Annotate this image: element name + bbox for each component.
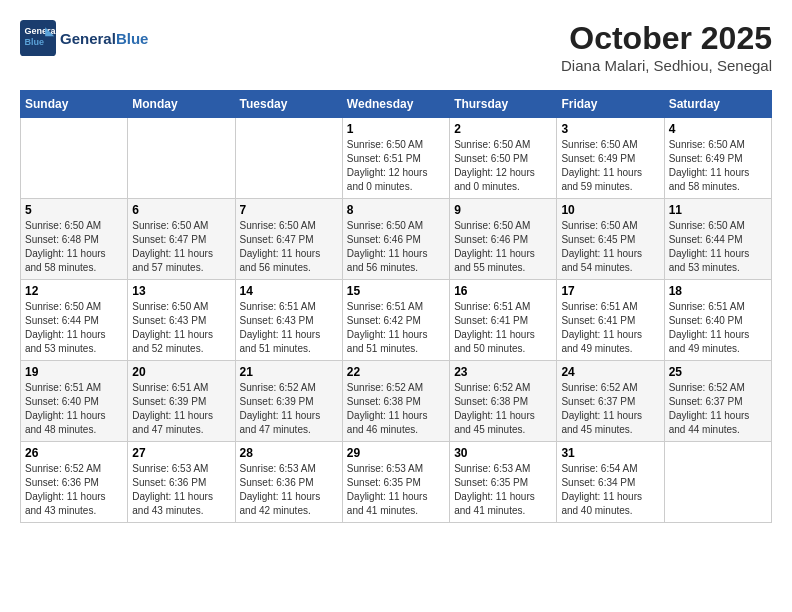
calendar-cell: 29Sunrise: 6:53 AM Sunset: 6:35 PM Dayli… xyxy=(342,442,449,523)
day-number: 25 xyxy=(669,365,767,379)
day-number: 14 xyxy=(240,284,338,298)
weekday-header-row: SundayMondayTuesdayWednesdayThursdayFrid… xyxy=(21,91,772,118)
day-info: Sunrise: 6:54 AM Sunset: 6:34 PM Dayligh… xyxy=(561,462,659,518)
weekday-friday: Friday xyxy=(557,91,664,118)
day-info: Sunrise: 6:50 AM Sunset: 6:49 PM Dayligh… xyxy=(669,138,767,194)
day-info: Sunrise: 6:50 AM Sunset: 6:46 PM Dayligh… xyxy=(454,219,552,275)
day-info: Sunrise: 6:53 AM Sunset: 6:35 PM Dayligh… xyxy=(454,462,552,518)
calendar-cell: 2Sunrise: 6:50 AM Sunset: 6:50 PM Daylig… xyxy=(450,118,557,199)
weekday-thursday: Thursday xyxy=(450,91,557,118)
weekday-saturday: Saturday xyxy=(664,91,771,118)
day-info: Sunrise: 6:52 AM Sunset: 6:39 PM Dayligh… xyxy=(240,381,338,437)
day-info: Sunrise: 6:51 AM Sunset: 6:41 PM Dayligh… xyxy=(561,300,659,356)
calendar-cell: 30Sunrise: 6:53 AM Sunset: 6:35 PM Dayli… xyxy=(450,442,557,523)
day-info: Sunrise: 6:52 AM Sunset: 6:36 PM Dayligh… xyxy=(25,462,123,518)
calendar-cell: 6Sunrise: 6:50 AM Sunset: 6:47 PM Daylig… xyxy=(128,199,235,280)
calendar-cell: 12Sunrise: 6:50 AM Sunset: 6:44 PM Dayli… xyxy=(21,280,128,361)
day-number: 15 xyxy=(347,284,445,298)
day-info: Sunrise: 6:51 AM Sunset: 6:39 PM Dayligh… xyxy=(132,381,230,437)
day-number: 24 xyxy=(561,365,659,379)
day-number: 31 xyxy=(561,446,659,460)
location-subtitle: Diana Malari, Sedhiou, Senegal xyxy=(561,57,772,74)
day-info: Sunrise: 6:50 AM Sunset: 6:47 PM Dayligh… xyxy=(240,219,338,275)
logo: General Blue GeneralBlue xyxy=(20,20,148,56)
weekday-sunday: Sunday xyxy=(21,91,128,118)
day-info: Sunrise: 6:50 AM Sunset: 6:48 PM Dayligh… xyxy=(25,219,123,275)
day-info: Sunrise: 6:51 AM Sunset: 6:42 PM Dayligh… xyxy=(347,300,445,356)
day-number: 8 xyxy=(347,203,445,217)
calendar-body: 1Sunrise: 6:50 AM Sunset: 6:51 PM Daylig… xyxy=(21,118,772,523)
day-info: Sunrise: 6:50 AM Sunset: 6:49 PM Dayligh… xyxy=(561,138,659,194)
day-info: Sunrise: 6:53 AM Sunset: 6:35 PM Dayligh… xyxy=(347,462,445,518)
calendar-week-3: 12Sunrise: 6:50 AM Sunset: 6:44 PM Dayli… xyxy=(21,280,772,361)
day-number: 23 xyxy=(454,365,552,379)
calendar-cell: 31Sunrise: 6:54 AM Sunset: 6:34 PM Dayli… xyxy=(557,442,664,523)
day-number: 26 xyxy=(25,446,123,460)
day-number: 12 xyxy=(25,284,123,298)
day-number: 28 xyxy=(240,446,338,460)
day-number: 4 xyxy=(669,122,767,136)
calendar-cell xyxy=(235,118,342,199)
calendar-week-5: 26Sunrise: 6:52 AM Sunset: 6:36 PM Dayli… xyxy=(21,442,772,523)
calendar-cell: 28Sunrise: 6:53 AM Sunset: 6:36 PM Dayli… xyxy=(235,442,342,523)
day-info: Sunrise: 6:51 AM Sunset: 6:43 PM Dayligh… xyxy=(240,300,338,356)
calendar-week-1: 1Sunrise: 6:50 AM Sunset: 6:51 PM Daylig… xyxy=(21,118,772,199)
calendar-cell: 21Sunrise: 6:52 AM Sunset: 6:39 PM Dayli… xyxy=(235,361,342,442)
day-number: 10 xyxy=(561,203,659,217)
svg-text:Blue: Blue xyxy=(25,37,45,47)
calendar-cell: 16Sunrise: 6:51 AM Sunset: 6:41 PM Dayli… xyxy=(450,280,557,361)
day-info: Sunrise: 6:53 AM Sunset: 6:36 PM Dayligh… xyxy=(132,462,230,518)
page-header: General Blue GeneralBlue October 2025 Di… xyxy=(20,20,772,74)
calendar-cell: 7Sunrise: 6:50 AM Sunset: 6:47 PM Daylig… xyxy=(235,199,342,280)
calendar-cell xyxy=(664,442,771,523)
day-number: 18 xyxy=(669,284,767,298)
day-info: Sunrise: 6:51 AM Sunset: 6:41 PM Dayligh… xyxy=(454,300,552,356)
day-info: Sunrise: 6:50 AM Sunset: 6:47 PM Dayligh… xyxy=(132,219,230,275)
day-number: 11 xyxy=(669,203,767,217)
calendar-cell: 1Sunrise: 6:50 AM Sunset: 6:51 PM Daylig… xyxy=(342,118,449,199)
day-number: 22 xyxy=(347,365,445,379)
day-number: 16 xyxy=(454,284,552,298)
calendar-cell xyxy=(128,118,235,199)
day-number: 2 xyxy=(454,122,552,136)
calendar-cell: 18Sunrise: 6:51 AM Sunset: 6:40 PM Dayli… xyxy=(664,280,771,361)
calendar-cell: 20Sunrise: 6:51 AM Sunset: 6:39 PM Dayli… xyxy=(128,361,235,442)
day-info: Sunrise: 6:50 AM Sunset: 6:51 PM Dayligh… xyxy=(347,138,445,194)
calendar-cell: 9Sunrise: 6:50 AM Sunset: 6:46 PM Daylig… xyxy=(450,199,557,280)
day-info: Sunrise: 6:50 AM Sunset: 6:44 PM Dayligh… xyxy=(25,300,123,356)
day-info: Sunrise: 6:50 AM Sunset: 6:45 PM Dayligh… xyxy=(561,219,659,275)
calendar-table: SundayMondayTuesdayWednesdayThursdayFrid… xyxy=(20,90,772,523)
calendar-cell: 5Sunrise: 6:50 AM Sunset: 6:48 PM Daylig… xyxy=(21,199,128,280)
logo-text: GeneralBlue xyxy=(60,30,148,47)
day-number: 21 xyxy=(240,365,338,379)
weekday-monday: Monday xyxy=(128,91,235,118)
day-number: 20 xyxy=(132,365,230,379)
calendar-cell: 25Sunrise: 6:52 AM Sunset: 6:37 PM Dayli… xyxy=(664,361,771,442)
day-info: Sunrise: 6:50 AM Sunset: 6:50 PM Dayligh… xyxy=(454,138,552,194)
calendar-cell: 11Sunrise: 6:50 AM Sunset: 6:44 PM Dayli… xyxy=(664,199,771,280)
calendar-cell: 3Sunrise: 6:50 AM Sunset: 6:49 PM Daylig… xyxy=(557,118,664,199)
calendar-cell: 14Sunrise: 6:51 AM Sunset: 6:43 PM Dayli… xyxy=(235,280,342,361)
weekday-tuesday: Tuesday xyxy=(235,91,342,118)
day-info: Sunrise: 6:50 AM Sunset: 6:46 PM Dayligh… xyxy=(347,219,445,275)
calendar-week-2: 5Sunrise: 6:50 AM Sunset: 6:48 PM Daylig… xyxy=(21,199,772,280)
day-number: 19 xyxy=(25,365,123,379)
day-info: Sunrise: 6:52 AM Sunset: 6:38 PM Dayligh… xyxy=(454,381,552,437)
calendar-cell: 8Sunrise: 6:50 AM Sunset: 6:46 PM Daylig… xyxy=(342,199,449,280)
logo-icon: General Blue xyxy=(20,20,56,56)
calendar-cell: 23Sunrise: 6:52 AM Sunset: 6:38 PM Dayli… xyxy=(450,361,557,442)
day-info: Sunrise: 6:52 AM Sunset: 6:38 PM Dayligh… xyxy=(347,381,445,437)
calendar-cell: 13Sunrise: 6:50 AM Sunset: 6:43 PM Dayli… xyxy=(128,280,235,361)
day-number: 3 xyxy=(561,122,659,136)
calendar-cell: 4Sunrise: 6:50 AM Sunset: 6:49 PM Daylig… xyxy=(664,118,771,199)
calendar-cell: 19Sunrise: 6:51 AM Sunset: 6:40 PM Dayli… xyxy=(21,361,128,442)
title-block: October 2025 Diana Malari, Sedhiou, Sene… xyxy=(561,20,772,74)
day-number: 6 xyxy=(132,203,230,217)
day-info: Sunrise: 6:50 AM Sunset: 6:43 PM Dayligh… xyxy=(132,300,230,356)
day-info: Sunrise: 6:53 AM Sunset: 6:36 PM Dayligh… xyxy=(240,462,338,518)
day-number: 29 xyxy=(347,446,445,460)
day-number: 30 xyxy=(454,446,552,460)
calendar-cell: 24Sunrise: 6:52 AM Sunset: 6:37 PM Dayli… xyxy=(557,361,664,442)
day-number: 13 xyxy=(132,284,230,298)
month-title: October 2025 xyxy=(561,20,772,57)
